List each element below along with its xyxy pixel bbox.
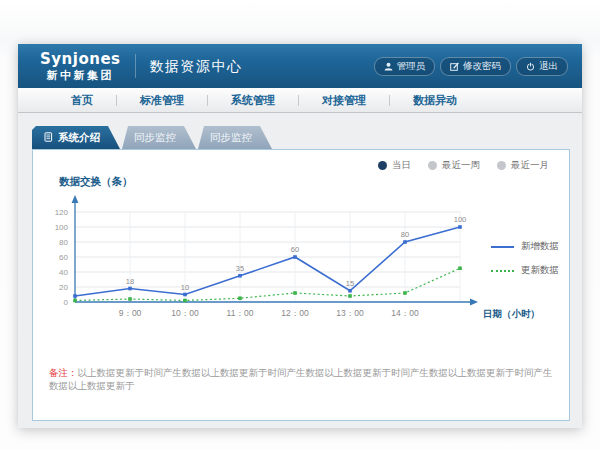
line-chart: 0204060801001209：0010：0011：0012：0013：001… [47,190,569,330]
blue-line-icon [491,246,514,248]
logout-button[interactable]: 退出 [516,57,568,76]
logout-label: 退出 [539,60,558,73]
svg-text:9：00: 9：00 [119,308,142,318]
main-nav: 首页 标准管理 系统管理 对接管理 数据异动 [18,88,582,113]
footnote-text: 以上数据更新于时间产生数据以上数据更新于时间产生数据以上数据更新于时间产生数据以… [49,367,553,391]
svg-text:80: 80 [401,230,409,239]
svg-text:日期（小时）: 日期（小时） [483,308,540,320]
svg-text:13：00: 13：00 [336,308,364,318]
chart-panel: 当日 最近一周 最近一月 数据交换（条） 0204060801001209：00… [32,149,570,421]
footnote: 备注：以上数据更新于时间产生数据以上数据更新于时间产生数据以上数据更新于时间产生… [49,367,555,393]
svg-text:0: 0 [64,298,69,307]
tab-sync-monitor-1[interactable]: 同步监控 [122,126,196,149]
user-icon [384,62,393,71]
svg-text:100: 100 [55,223,69,232]
radio-icon [497,161,506,170]
tab-label: 系统介绍 [58,131,100,145]
filter-last-week[interactable]: 最近一周 [428,159,480,172]
svg-text:18: 18 [126,277,134,286]
tab-bar: 系统介绍 同步监控 同步监控 [32,126,582,149]
filter-last-month[interactable]: 最近一月 [497,159,549,172]
screenshot-stage: Synjones 新中新集团 数据资源中心 管理员 修改密码 [0,0,600,450]
tab-label: 同步监控 [134,131,176,145]
radio-icon [428,161,437,170]
tab-label: 同步监控 [210,131,252,145]
filter-today-label: 当日 [392,159,411,172]
time-range-filters: 当日 最近一周 最近一月 [33,150,569,172]
svg-text:100: 100 [454,215,467,224]
svg-text:10：00: 10：00 [171,308,199,318]
line-chart-svg: 0204060801001209：0010：0011：0012：0013：001… [47,190,553,330]
footnote-prefix: 备注： [49,367,78,378]
svg-text:12：00: 12：00 [281,308,309,318]
svg-text:120: 120 [55,208,69,217]
nav-item-interface-mgmt[interactable]: 对接管理 [299,93,389,108]
admin-user-button[interactable]: 管理员 [374,57,436,76]
nav-item-home[interactable]: 首页 [48,93,116,108]
user-actions: 管理员 修改密码 退出 [374,57,569,76]
page-title: 数据资源中心 [150,58,243,76]
header-divider [135,54,136,78]
svg-text:14：00: 14：00 [391,308,419,318]
legend-new-data-label: 新增数据 [521,240,559,253]
svg-text:10: 10 [181,283,189,292]
legend-new-data: 新增数据 [491,240,559,253]
svg-text:11：00: 11：00 [227,308,254,318]
svg-text:20: 20 [59,283,68,292]
power-icon [526,62,535,71]
series-legend: 新增数据 更新数据 [491,240,559,277]
logo-text-en: Synjones [40,52,121,67]
nav-item-data-change[interactable]: 数据异动 [390,93,480,108]
svg-text:15: 15 [346,279,354,288]
legend-updated-data-label: 更新数据 [521,264,559,277]
change-password-button[interactable]: 修改密码 [440,57,511,76]
document-icon [44,132,53,144]
nav-item-system-mgmt[interactable]: 系统管理 [208,93,298,108]
tab-system-intro[interactable]: 系统介绍 [32,126,120,149]
filter-today[interactable]: 当日 [378,159,411,172]
admin-user-label: 管理员 [397,60,426,73]
nav-item-standard-mgmt[interactable]: 标准管理 [117,93,207,108]
filter-last-month-label: 最近一月 [511,159,549,172]
content-area: 系统介绍 同步监控 同步监控 当日 最近一周 [18,113,582,427]
svg-text:60: 60 [291,245,299,254]
radio-icon [378,161,387,170]
svg-text:35: 35 [236,264,244,273]
svg-text:40: 40 [59,268,68,277]
green-dotted-line-icon [491,270,514,272]
svg-text:60: 60 [59,253,68,262]
company-logo: Synjones 新中新集团 [40,52,121,81]
app-header: Synjones 新中新集团 数据资源中心 管理员 修改密码 [18,44,582,88]
chart-y-axis-title: 数据交换（条） [59,175,569,189]
legend-updated-data: 更新数据 [491,264,559,277]
change-password-label: 修改密码 [463,60,501,73]
tab-sync-monitor-2[interactable]: 同步监控 [198,126,272,149]
svg-text:80: 80 [59,238,68,247]
filter-last-week-label: 最近一周 [442,159,480,172]
browser-page: Synjones 新中新集团 数据资源中心 管理员 修改密码 [18,44,582,428]
logo-text-cn: 新中新集团 [47,70,115,81]
edit-icon [450,62,459,71]
